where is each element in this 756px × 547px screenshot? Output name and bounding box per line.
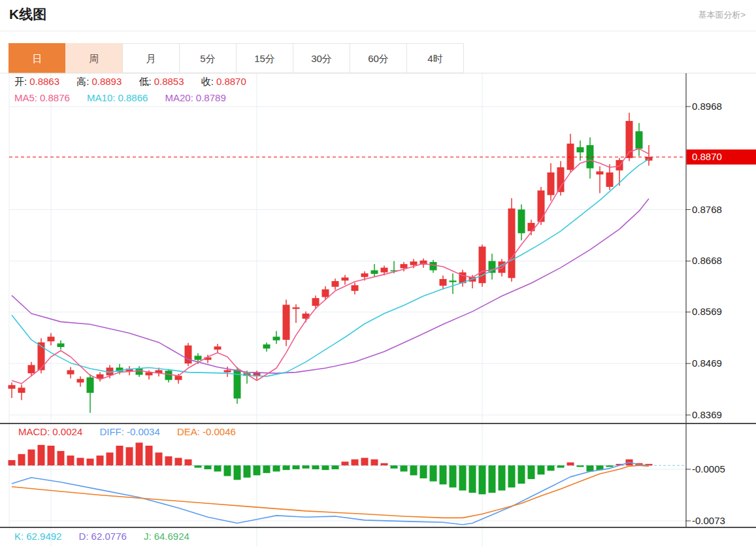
macd-bar: [58, 451, 65, 465]
candle: [273, 337, 280, 340]
candle: [87, 377, 94, 393]
candle: [97, 374, 104, 378]
candle: [606, 173, 614, 187]
macd-bar: [77, 458, 84, 466]
candle: [165, 371, 173, 380]
candle: [616, 160, 623, 171]
macd-bar: [322, 465, 329, 470]
candle: [224, 370, 231, 372]
high-label: 高:: [76, 76, 89, 87]
candle: [528, 223, 535, 231]
close-value: 0.8870: [216, 76, 246, 87]
svg-text:0.8870: 0.8870: [692, 151, 722, 162]
ma-legend: MA5:0.8876 MA10:0.8866 MA20:0.8789: [14, 92, 229, 103]
candle: [293, 307, 300, 308]
candle: [508, 208, 516, 278]
candle: [195, 356, 202, 359]
svg-text:0.8569: 0.8569: [692, 306, 722, 317]
low-label: 低:: [139, 76, 151, 87]
macd-bar: [146, 446, 153, 465]
candle: [175, 376, 182, 380]
candle: [214, 346, 222, 350]
macd-bar: [244, 465, 251, 478]
macd-bar: [185, 459, 192, 465]
candle: [263, 344, 271, 348]
svg-text:0.8469: 0.8469: [692, 357, 722, 369]
candle: [430, 262, 437, 271]
macd-bar: [557, 465, 565, 467]
svg-text:-0.0005: -0.0005: [692, 463, 725, 474]
macd-bar: [273, 465, 280, 471]
kdj-d-label: D:: [79, 531, 89, 542]
candle: [479, 246, 486, 283]
candle: [283, 305, 290, 340]
candle: [58, 343, 65, 347]
macd-bar: [8, 460, 16, 465]
macd-bar: [156, 452, 163, 465]
macd-bar: [538, 465, 545, 474]
svg-text:0.8768: 0.8768: [692, 204, 722, 215]
candle: [67, 370, 74, 374]
macd-bar: [87, 459, 94, 465]
macd-bar: [361, 458, 369, 466]
macd-bar: [303, 465, 310, 469]
macd-bar: [479, 465, 486, 494]
macd-bar: [48, 446, 55, 465]
macd-bar: [371, 459, 378, 465]
candle: [440, 279, 447, 286]
svg-text:-0.0073: -0.0073: [692, 515, 725, 526]
candle: [371, 271, 378, 274]
macd-bar: [254, 465, 261, 475]
macd-bar: [352, 459, 359, 465]
dea-value: -0.0046: [203, 426, 236, 437]
candle: [322, 290, 329, 297]
kdj-d-value: 62.0776: [91, 531, 127, 542]
candle: [312, 298, 320, 306]
candle: [352, 285, 359, 291]
macd-bar: [567, 463, 574, 466]
macd-bar: [606, 465, 614, 467]
kdj-j-value: 64.6924: [154, 531, 189, 542]
macd-bar: [175, 458, 182, 466]
macd-bar: [528, 465, 535, 479]
ma20-value: 0.8789: [196, 92, 226, 103]
macd-bar: [195, 465, 202, 467]
macd-bar: [499, 465, 506, 490]
macd-bar: [67, 456, 74, 465]
diff-value: -0.0034: [127, 426, 160, 437]
macd-bar: [342, 461, 349, 465]
kdj-k-value: 62.9492: [26, 531, 61, 542]
diff-label: DIFF:: [99, 426, 124, 437]
candle: [450, 280, 457, 282]
ohlc-legend: 开:0.8863 高:0.8893 低:0.8853 收:0.8870: [14, 76, 249, 88]
macd-bar: [136, 442, 143, 465]
candle: [185, 346, 192, 364]
candle: [332, 281, 339, 287]
macd-value: 0.0024: [52, 426, 82, 437]
macd-bar: [391, 465, 398, 469]
macd-bar: [214, 465, 222, 471]
dea-label: DEA:: [177, 426, 200, 437]
macd-bar: [224, 465, 231, 476]
macd-bar: [97, 456, 104, 465]
candle: [136, 369, 143, 374]
candle: [28, 365, 35, 374]
macd-bar: [263, 465, 271, 473]
macd-label: MACD:: [18, 426, 50, 437]
ma5-label: MA5:: [14, 92, 37, 103]
candle: [557, 167, 565, 192]
ma10-value: 0.8866: [118, 92, 148, 103]
macd-bar: [450, 465, 457, 488]
macd-bar: [459, 465, 467, 490]
high-value: 0.8893: [91, 76, 122, 87]
open-value: 0.8863: [29, 76, 59, 87]
candle: [597, 171, 604, 174]
candle: [518, 210, 525, 233]
candle: [361, 273, 369, 277]
macd-bar: [28, 450, 35, 465]
svg-text:0.8968: 0.8968: [692, 101, 722, 112]
macd-bar: [420, 465, 427, 478]
macd-bar: [577, 465, 584, 467]
macd-legend: MACD:0.0024 DIFF:-0.0034 DEA:-0.0046: [18, 426, 238, 437]
svg-text:0.8369: 0.8369: [692, 409, 722, 420]
